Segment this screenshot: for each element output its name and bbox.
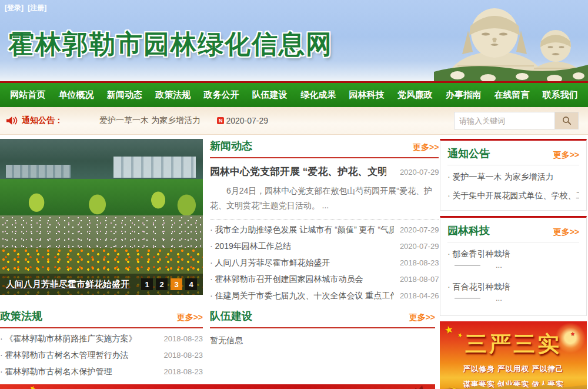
statue-banner-image [434, 0, 588, 81]
policy-list: 《霍林郭勒市林荫路推广实施方案》 2018-08-23 霍林郭勒市古树名木管理暂… [0, 331, 203, 380]
team-section-title: 队伍建设 [210, 309, 252, 323]
garden-tech-header: 园林科技 更多>> [447, 224, 579, 242]
featured-news-summary: 6月24日，园林中心党支部在敖包山芍药园开展“爱花、护花、文明赏花”主题党日活动… [210, 184, 439, 213]
nav-item-greening-results[interactable]: 绿化成果 [300, 89, 336, 99]
searchbox [454, 112, 579, 129]
notice-label: 通知公告： [22, 115, 63, 126]
garden-tech-more-link[interactable]: 更多>> [553, 227, 579, 238]
news-more-link[interactable]: 更多>> [413, 142, 439, 153]
news-section-header: 新闻动态 更多>> [210, 139, 439, 158]
nav-item-online-message[interactable]: 在线留言 [494, 89, 529, 99]
slider-page-button[interactable]: 2 [156, 278, 168, 290]
policy-more-link[interactable]: 更多>> [177, 312, 203, 323]
slider-page-button[interactable]: 4 [185, 278, 197, 290]
search-input[interactable] [454, 112, 555, 129]
nav-item-about[interactable]: 单位概况 [58, 89, 93, 99]
news-link[interactable]: 霍林郭勒市召开创建国家园林城市动员会 [210, 274, 363, 285]
banner-line1: 严以修身 严以用权 严以律己 [440, 364, 587, 374]
news-list-item: 人间八月芳菲尽霍市鲜花始盛开 2018-08-23 [210, 255, 439, 271]
soldier-statue-silhouette [407, 385, 427, 389]
team-empty-text: 暂无信息 [210, 335, 435, 346]
dash-line [455, 298, 480, 298]
nav-item-policy[interactable]: 政策法规 [155, 89, 191, 99]
featured-news-title[interactable]: 园林中心党支部开展 “爱花、护花、文明... [210, 165, 386, 178]
main-nav: 网站首页 单位概况 新闻动态 政策法规 政务公开 队伍建设 绿化成果 园林科技 … [0, 81, 588, 107]
main-content: 人间八月芳菲尽霍市鲜花始盛开 1 2 3 4 新闻动态 更多>> [0, 135, 588, 389]
news-list-item: 霍林郭勒市召开创建国家园林城市动员会 2018-08-07 [210, 271, 439, 288]
notice-box-link[interactable]: 关于集中开展花园式单位、学校、工厂... [447, 191, 579, 201]
login-link[interactable]: [登录] [5, 4, 24, 12]
policy-link[interactable]: 《霍林郭勒市林荫路推广实施方案》 [0, 334, 137, 344]
nav-item-news[interactable]: 新闻动态 [107, 89, 142, 99]
team-more-link[interactable]: 更多>> [409, 312, 435, 323]
news-date: 2018-04-26 [400, 291, 439, 300]
policy-section-title: 政策法规 [0, 309, 42, 323]
garden-tech-title: 园林科技 [447, 224, 490, 238]
nav-item-contact[interactable]: 联系我们 [543, 89, 578, 99]
garden-tech-item: 百合花引种栽培 ... [447, 278, 579, 311]
notice-box-item: 爱护一草一木 为家乡增活力 [447, 168, 579, 187]
team-section-header: 队伍建设 更多>> [210, 309, 435, 328]
nav-item-gov-affairs[interactable]: 政务公开 [203, 89, 239, 99]
policy-list-item: 霍林郭勒市古树名木管理暂行办法 2018-08-23 [0, 347, 203, 364]
banner-title: 三严三实 [440, 330, 587, 359]
slider-pager: 1 2 3 4 [141, 278, 197, 290]
policy-section: 政策法规 更多>> 《霍林郭勒市林荫路推广实施方案》 2018-08-23 霍林… [0, 309, 203, 380]
slide-caption-link[interactable]: 人间八月芳菲尽霍市鲜花始盛开 [6, 279, 129, 290]
notice-scrolling-link[interactable]: 爱护一草一木 为家乡增活力 [99, 115, 201, 126]
news-link[interactable]: 我市全力助推绿色发展 让城市有 “颜值” 更有 “气质” [210, 225, 394, 235]
nav-item-garden-tech[interactable]: 园林科技 [349, 89, 384, 99]
nav-item-service-guide[interactable]: 办事指南 [446, 89, 481, 99]
policy-list-item: 霍林郭勒市古树名木保护管理 2018-08-23 [0, 364, 203, 380]
garden-tech-item: 郁金香引种栽培 ... [447, 245, 579, 278]
policy-link[interactable]: 霍林郭勒市古树名木保护管理 [0, 367, 112, 377]
nav-item-team[interactable]: 队伍建设 [252, 89, 288, 99]
speaker-icon [6, 116, 18, 125]
news-section-title: 新闻动态 [210, 139, 252, 153]
register-link[interactable]: [注册] [28, 4, 46, 12]
slider-page-button[interactable]: 1 [141, 278, 153, 290]
news-date: 2018-08-07 [400, 275, 439, 284]
slide-image [0, 139, 203, 295]
notice-box-link[interactable]: 爱护一草一木 为家乡增活力 [447, 172, 579, 182]
policy-date: 2018-08-23 [164, 334, 203, 343]
nav-item-home[interactable]: 网站首页 [10, 89, 45, 99]
notice-bar: 通知公告： 爱护一草一木 为家乡增活力 N 2020-07-29 [0, 107, 588, 135]
bottom-banner-image: ★ ★ ★ ★ 发展 特色社会 [0, 384, 435, 389]
policy-section-header: 政策法规 更多>> [0, 309, 203, 328]
news-link[interactable]: 住建局关于市委七届九次、十次全体会议 重点工作任... [210, 291, 394, 301]
nav-item-party-conduct[interactable]: 党风廉政 [397, 89, 433, 99]
notice-box-list: 爱护一草一木 为家乡增活力 关于集中开展花园式单位、学校、工厂... [447, 168, 579, 205]
notice-box-more-link[interactable]: 更多>> [553, 150, 579, 161]
page: [登录] [注册] 霍林郭勒市园林绿化信息网 [0, 0, 588, 389]
news-link[interactable]: 2019年园林工作总结 [210, 241, 291, 252]
star-icon: ★ [28, 384, 37, 389]
login-links: [登录] [注册] [5, 3, 49, 13]
ellipsis-text: ... [496, 294, 502, 302]
garden-tech-link[interactable]: 郁金香引种栽培 [447, 249, 579, 260]
photo-slider[interactable]: 人间八月芳菲尽霍市鲜花始盛开 1 2 3 4 [0, 139, 203, 295]
party-emblem-icon: ☭ [442, 383, 460, 389]
garden-tech-link[interactable]: 百合花引种栽培 [447, 282, 579, 292]
slide-caption-bar: 人间八月芳菲尽霍市鲜花始盛开 1 2 3 4 [0, 274, 203, 295]
slider-page-button[interactable]: 3 [171, 278, 182, 290]
search-button[interactable] [555, 112, 579, 129]
policy-link[interactable]: 霍林郭勒市古树名木管理暂行办法 [0, 350, 129, 361]
featured-news-date: 2020-07-29 [400, 168, 439, 177]
news-date: 2018-08-23 [400, 258, 439, 267]
three-stricts-banner[interactable]: ★ ★ ★ 三严三实 严以修身 严以用权 严以律己 谋事要实 创业要实 做人要实… [440, 321, 587, 389]
policy-date: 2018-08-23 [164, 351, 203, 360]
news-list: 我市全力助推绿色发展 让城市有 “颜值” 更有 “气质” 2020-07-29 … [210, 222, 439, 304]
notice-box-header: 通知公告 更多>> [447, 147, 579, 165]
garden-tech-subline: ... [447, 260, 579, 274]
new-icon: N [217, 117, 225, 125]
ellipsis-text: ... [496, 261, 502, 270]
site-header: [登录] [注册] 霍林郭勒市园林绿化信息网 [0, 0, 588, 81]
news-link[interactable]: 人间八月芳菲尽霍市鲜花始盛开 [210, 258, 330, 268]
star-icon: ★ [5, 384, 25, 389]
team-section: 队伍建设 更多>> 暂无信息 [210, 309, 435, 380]
news-date: 2020-07-29 [400, 242, 439, 251]
news-date: 2020-07-29 [400, 225, 439, 234]
policy-list-item: 《霍林郭勒市林荫路推广实施方案》 2018-08-23 [0, 331, 203, 347]
news-list-item: 住建局关于市委七届九次、十次全体会议 重点工作任... 2018-04-26 [210, 288, 439, 304]
